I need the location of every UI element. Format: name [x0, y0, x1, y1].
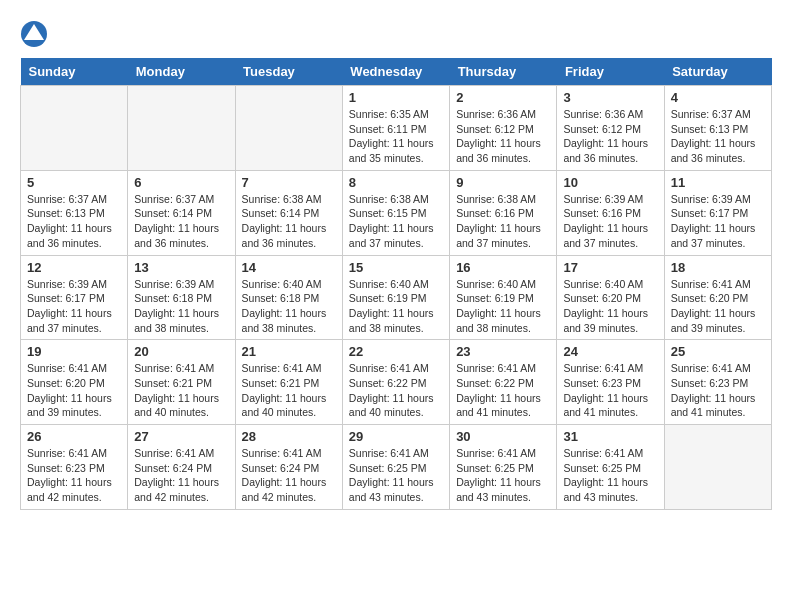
day-number: 11 [671, 175, 765, 190]
weekday-header: Saturday [664, 58, 771, 86]
day-number: 4 [671, 90, 765, 105]
day-number: 31 [563, 429, 657, 444]
calendar-cell: 2Sunrise: 6:36 AMSunset: 6:12 PMDaylight… [450, 86, 557, 171]
day-info: Sunrise: 6:36 AMSunset: 6:12 PMDaylight:… [563, 107, 657, 166]
calendar-cell [664, 425, 771, 510]
calendar-cell: 4Sunrise: 6:37 AMSunset: 6:13 PMDaylight… [664, 86, 771, 171]
calendar-week-row: 5Sunrise: 6:37 AMSunset: 6:13 PMDaylight… [21, 170, 772, 255]
logo [20, 20, 52, 48]
day-info: Sunrise: 6:36 AMSunset: 6:12 PMDaylight:… [456, 107, 550, 166]
weekday-header-row: SundayMondayTuesdayWednesdayThursdayFrid… [21, 58, 772, 86]
day-number: 1 [349, 90, 443, 105]
day-info: Sunrise: 6:37 AMSunset: 6:13 PMDaylight:… [671, 107, 765, 166]
day-number: 29 [349, 429, 443, 444]
day-info: Sunrise: 6:39 AMSunset: 6:17 PMDaylight:… [671, 192, 765, 251]
calendar-cell: 21Sunrise: 6:41 AMSunset: 6:21 PMDayligh… [235, 340, 342, 425]
day-info: Sunrise: 6:40 AMSunset: 6:19 PMDaylight:… [349, 277, 443, 336]
calendar-cell: 16Sunrise: 6:40 AMSunset: 6:19 PMDayligh… [450, 255, 557, 340]
weekday-header: Sunday [21, 58, 128, 86]
day-info: Sunrise: 6:41 AMSunset: 6:22 PMDaylight:… [349, 361, 443, 420]
day-info: Sunrise: 6:38 AMSunset: 6:14 PMDaylight:… [242, 192, 336, 251]
day-number: 18 [671, 260, 765, 275]
calendar-cell: 22Sunrise: 6:41 AMSunset: 6:22 PMDayligh… [342, 340, 449, 425]
calendar-cell: 3Sunrise: 6:36 AMSunset: 6:12 PMDaylight… [557, 86, 664, 171]
day-info: Sunrise: 6:41 AMSunset: 6:21 PMDaylight:… [134, 361, 228, 420]
day-number: 8 [349, 175, 443, 190]
day-info: Sunrise: 6:41 AMSunset: 6:25 PMDaylight:… [456, 446, 550, 505]
calendar-cell [235, 86, 342, 171]
weekday-header: Friday [557, 58, 664, 86]
day-number: 6 [134, 175, 228, 190]
day-info: Sunrise: 6:38 AMSunset: 6:16 PMDaylight:… [456, 192, 550, 251]
calendar-cell [21, 86, 128, 171]
day-info: Sunrise: 6:41 AMSunset: 6:23 PMDaylight:… [563, 361, 657, 420]
day-info: Sunrise: 6:41 AMSunset: 6:20 PMDaylight:… [27, 361, 121, 420]
calendar-cell: 7Sunrise: 6:38 AMSunset: 6:14 PMDaylight… [235, 170, 342, 255]
day-number: 7 [242, 175, 336, 190]
day-info: Sunrise: 6:40 AMSunset: 6:19 PMDaylight:… [456, 277, 550, 336]
day-info: Sunrise: 6:38 AMSunset: 6:15 PMDaylight:… [349, 192, 443, 251]
day-info: Sunrise: 6:37 AMSunset: 6:14 PMDaylight:… [134, 192, 228, 251]
weekday-header: Monday [128, 58, 235, 86]
weekday-header: Wednesday [342, 58, 449, 86]
calendar-cell: 20Sunrise: 6:41 AMSunset: 6:21 PMDayligh… [128, 340, 235, 425]
day-number: 2 [456, 90, 550, 105]
calendar-cell: 27Sunrise: 6:41 AMSunset: 6:24 PMDayligh… [128, 425, 235, 510]
calendar-week-row: 12Sunrise: 6:39 AMSunset: 6:17 PMDayligh… [21, 255, 772, 340]
day-info: Sunrise: 6:41 AMSunset: 6:23 PMDaylight:… [27, 446, 121, 505]
calendar-cell: 30Sunrise: 6:41 AMSunset: 6:25 PMDayligh… [450, 425, 557, 510]
day-info: Sunrise: 6:41 AMSunset: 6:24 PMDaylight:… [134, 446, 228, 505]
day-number: 3 [563, 90, 657, 105]
day-number: 17 [563, 260, 657, 275]
day-number: 16 [456, 260, 550, 275]
page-header [20, 20, 772, 48]
logo-icon [20, 20, 48, 48]
day-info: Sunrise: 6:40 AMSunset: 6:18 PMDaylight:… [242, 277, 336, 336]
calendar-cell: 25Sunrise: 6:41 AMSunset: 6:23 PMDayligh… [664, 340, 771, 425]
day-info: Sunrise: 6:35 AMSunset: 6:11 PMDaylight:… [349, 107, 443, 166]
calendar-cell: 19Sunrise: 6:41 AMSunset: 6:20 PMDayligh… [21, 340, 128, 425]
day-info: Sunrise: 6:39 AMSunset: 6:18 PMDaylight:… [134, 277, 228, 336]
day-number: 30 [456, 429, 550, 444]
day-info: Sunrise: 6:41 AMSunset: 6:20 PMDaylight:… [671, 277, 765, 336]
calendar-cell: 24Sunrise: 6:41 AMSunset: 6:23 PMDayligh… [557, 340, 664, 425]
day-number: 14 [242, 260, 336, 275]
calendar-cell: 18Sunrise: 6:41 AMSunset: 6:20 PMDayligh… [664, 255, 771, 340]
day-number: 25 [671, 344, 765, 359]
day-info: Sunrise: 6:41 AMSunset: 6:22 PMDaylight:… [456, 361, 550, 420]
day-number: 28 [242, 429, 336, 444]
calendar-cell: 23Sunrise: 6:41 AMSunset: 6:22 PMDayligh… [450, 340, 557, 425]
svg-rect-2 [28, 37, 40, 40]
calendar-cell: 11Sunrise: 6:39 AMSunset: 6:17 PMDayligh… [664, 170, 771, 255]
day-number: 15 [349, 260, 443, 275]
calendar-cell: 31Sunrise: 6:41 AMSunset: 6:25 PMDayligh… [557, 425, 664, 510]
calendar-cell: 14Sunrise: 6:40 AMSunset: 6:18 PMDayligh… [235, 255, 342, 340]
day-info: Sunrise: 6:39 AMSunset: 6:16 PMDaylight:… [563, 192, 657, 251]
day-info: Sunrise: 6:41 AMSunset: 6:25 PMDaylight:… [563, 446, 657, 505]
calendar-cell: 12Sunrise: 6:39 AMSunset: 6:17 PMDayligh… [21, 255, 128, 340]
day-number: 20 [134, 344, 228, 359]
day-number: 24 [563, 344, 657, 359]
calendar-cell: 17Sunrise: 6:40 AMSunset: 6:20 PMDayligh… [557, 255, 664, 340]
day-number: 5 [27, 175, 121, 190]
calendar-cell: 29Sunrise: 6:41 AMSunset: 6:25 PMDayligh… [342, 425, 449, 510]
calendar-cell: 28Sunrise: 6:41 AMSunset: 6:24 PMDayligh… [235, 425, 342, 510]
day-number: 26 [27, 429, 121, 444]
day-info: Sunrise: 6:39 AMSunset: 6:17 PMDaylight:… [27, 277, 121, 336]
calendar-cell: 5Sunrise: 6:37 AMSunset: 6:13 PMDaylight… [21, 170, 128, 255]
day-number: 21 [242, 344, 336, 359]
day-info: Sunrise: 6:41 AMSunset: 6:23 PMDaylight:… [671, 361, 765, 420]
day-info: Sunrise: 6:40 AMSunset: 6:20 PMDaylight:… [563, 277, 657, 336]
day-number: 13 [134, 260, 228, 275]
calendar-week-row: 26Sunrise: 6:41 AMSunset: 6:23 PMDayligh… [21, 425, 772, 510]
day-number: 19 [27, 344, 121, 359]
calendar-cell: 26Sunrise: 6:41 AMSunset: 6:23 PMDayligh… [21, 425, 128, 510]
day-info: Sunrise: 6:41 AMSunset: 6:24 PMDaylight:… [242, 446, 336, 505]
day-number: 9 [456, 175, 550, 190]
calendar-cell [128, 86, 235, 171]
calendar-cell: 1Sunrise: 6:35 AMSunset: 6:11 PMDaylight… [342, 86, 449, 171]
day-number: 22 [349, 344, 443, 359]
calendar-cell: 15Sunrise: 6:40 AMSunset: 6:19 PMDayligh… [342, 255, 449, 340]
day-info: Sunrise: 6:41 AMSunset: 6:25 PMDaylight:… [349, 446, 443, 505]
calendar-cell: 13Sunrise: 6:39 AMSunset: 6:18 PMDayligh… [128, 255, 235, 340]
